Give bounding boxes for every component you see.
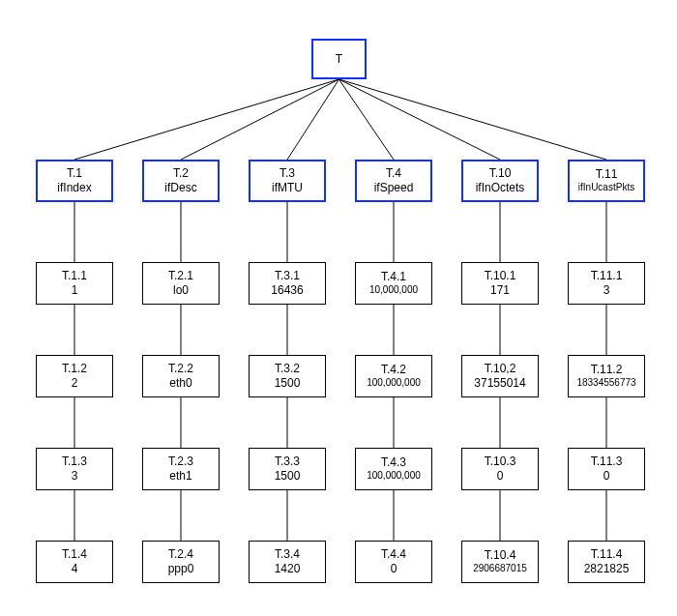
leaf-node: T.4.110,000,000 bbox=[355, 262, 432, 305]
leaf-value: 2906687015 bbox=[473, 563, 527, 575]
leaf-value: 3 bbox=[72, 469, 78, 484]
column-name: ifMTU bbox=[272, 181, 303, 195]
column-name: ifDesc bbox=[164, 181, 196, 195]
svg-line-0 bbox=[74, 79, 339, 160]
leaf-id: T.1.3 bbox=[62, 455, 87, 469]
leaf-id: T.4.1 bbox=[381, 270, 406, 284]
leaf-id: T.2.2 bbox=[168, 362, 193, 376]
leaf-id: T.11.3 bbox=[591, 455, 623, 469]
leaf-value: 10,000,000 bbox=[369, 284, 418, 297]
leaf-value: 3 bbox=[603, 283, 610, 298]
svg-line-25 bbox=[339, 79, 607, 160]
leaf-node: T.4.3100,000,000 bbox=[355, 448, 432, 490]
leaf-id: T.2.4 bbox=[168, 547, 193, 562]
leaf-id: T.10.4 bbox=[485, 548, 516, 563]
leaf-value: 2 bbox=[72, 376, 78, 391]
leaf-id: T.11.2 bbox=[591, 363, 623, 377]
leaf-node: T.11.13 bbox=[568, 262, 645, 305]
column-header: T.1 ifIndex bbox=[36, 160, 113, 202]
leaf-id: T.2.1 bbox=[168, 269, 193, 283]
leaf-value: 100,000,000 bbox=[367, 377, 421, 390]
leaf-node: T.10,237155014 bbox=[461, 355, 539, 397]
column-id: T.1 bbox=[67, 166, 82, 181]
leaf-value: eth0 bbox=[169, 376, 191, 391]
leaf-node: T.10.42906687015 bbox=[461, 541, 539, 583]
leaf-node: T.4.40 bbox=[355, 541, 432, 583]
leaf-value: 171 bbox=[490, 283, 510, 298]
leaf-id: T.4.2 bbox=[381, 363, 406, 377]
leaf-value: eth1 bbox=[169, 469, 191, 484]
leaf-node: T.2.1lo0 bbox=[142, 262, 220, 305]
root-label: T bbox=[336, 52, 342, 67]
leaf-value: ppp0 bbox=[168, 562, 194, 576]
leaf-id: T.4.4 bbox=[381, 547, 406, 562]
column-id: T.10 bbox=[489, 166, 512, 181]
column-id: T.4 bbox=[386, 166, 401, 181]
leaf-value: 4 bbox=[72, 562, 78, 576]
column-name: ifSpeed bbox=[374, 181, 414, 195]
leaf-id: T.11.4 bbox=[591, 547, 623, 562]
leaf-value: lo0 bbox=[173, 283, 189, 298]
column-name: ifInUcastPkts bbox=[578, 182, 634, 194]
leaf-node: T.3.41420 bbox=[249, 541, 326, 583]
leaf-value: 1420 bbox=[275, 562, 301, 576]
column-id: T.2 bbox=[173, 166, 189, 181]
leaf-node: T.3.31500 bbox=[249, 448, 326, 490]
svg-line-10 bbox=[287, 79, 339, 160]
svg-line-15 bbox=[339, 79, 395, 160]
leaf-node: T.2.2eth0 bbox=[142, 355, 220, 397]
leaf-node: T.11.30 bbox=[568, 448, 645, 490]
leaf-value: 37155014 bbox=[474, 376, 525, 391]
leaf-id: T.1.2 bbox=[62, 362, 87, 376]
leaf-value: 2821825 bbox=[584, 562, 630, 576]
column-id: T.3 bbox=[280, 166, 295, 181]
svg-line-20 bbox=[339, 79, 501, 160]
leaf-value: 18334556773 bbox=[576, 377, 635, 390]
svg-line-5 bbox=[181, 79, 339, 160]
leaf-node: T.10.30 bbox=[461, 448, 539, 490]
diagram-canvas: T T.1 ifIndex T.2 ifDesc T.3 ifMTU T.4 i… bbox=[0, 0, 677, 616]
leaf-node: T.3.21500 bbox=[249, 355, 326, 397]
column-id: T.11 bbox=[596, 167, 618, 182]
leaf-value: 1500 bbox=[275, 469, 301, 484]
leaf-id: T.3.4 bbox=[275, 547, 300, 562]
leaf-id: T.10.1 bbox=[485, 269, 516, 283]
column-header: T.2 ifDesc bbox=[142, 160, 220, 202]
leaf-id: T.1.1 bbox=[62, 269, 87, 283]
leaf-node: T.1.33 bbox=[36, 448, 113, 490]
leaf-node: T.1.44 bbox=[36, 541, 113, 583]
leaf-value: 1500 bbox=[275, 376, 301, 391]
leaf-id: T.11.1 bbox=[591, 269, 623, 283]
leaf-id: T.3.1 bbox=[275, 269, 300, 283]
column-name: ifIndex bbox=[57, 181, 91, 195]
leaf-value: 100,000,000 bbox=[367, 470, 421, 483]
leaf-node: T.1.22 bbox=[36, 355, 113, 397]
leaf-value: 0 bbox=[497, 469, 504, 484]
leaf-id: T.1.4 bbox=[62, 547, 87, 562]
leaf-id: T.10,2 bbox=[485, 362, 516, 376]
column-header: T.4 ifSpeed bbox=[355, 160, 432, 202]
leaf-value: 1 bbox=[72, 283, 78, 298]
leaf-node: T.11.218334556773 bbox=[568, 355, 645, 397]
column-name: ifInOctets bbox=[476, 181, 525, 195]
leaf-id: T.3.2 bbox=[275, 362, 300, 376]
leaf-id: T.3.3 bbox=[275, 455, 300, 469]
leaf-node: T.3.116436 bbox=[249, 262, 326, 305]
leaf-value: 16436 bbox=[271, 283, 303, 298]
leaf-id: T.10.3 bbox=[485, 455, 516, 469]
connector-lines bbox=[0, 0, 677, 616]
leaf-node: T.2.3eth1 bbox=[142, 448, 220, 490]
leaf-node: T.2.4ppp0 bbox=[142, 541, 220, 583]
column-header: T.11 ifInUcastPkts bbox=[568, 160, 645, 202]
leaf-id: T.2.3 bbox=[168, 455, 193, 469]
root-node: T bbox=[311, 39, 367, 79]
leaf-node: T.10.1171 bbox=[461, 262, 539, 305]
leaf-value: 0 bbox=[603, 469, 610, 484]
leaf-node: T.11.42821825 bbox=[568, 541, 645, 583]
column-header: T.3 ifMTU bbox=[249, 160, 326, 202]
column-header: T.10 ifInOctets bbox=[461, 160, 539, 202]
leaf-value: 0 bbox=[391, 562, 397, 576]
leaf-node: T.4.2100,000,000 bbox=[355, 355, 432, 397]
leaf-id: T.4.3 bbox=[381, 455, 406, 470]
leaf-node: T.1.11 bbox=[36, 262, 113, 305]
